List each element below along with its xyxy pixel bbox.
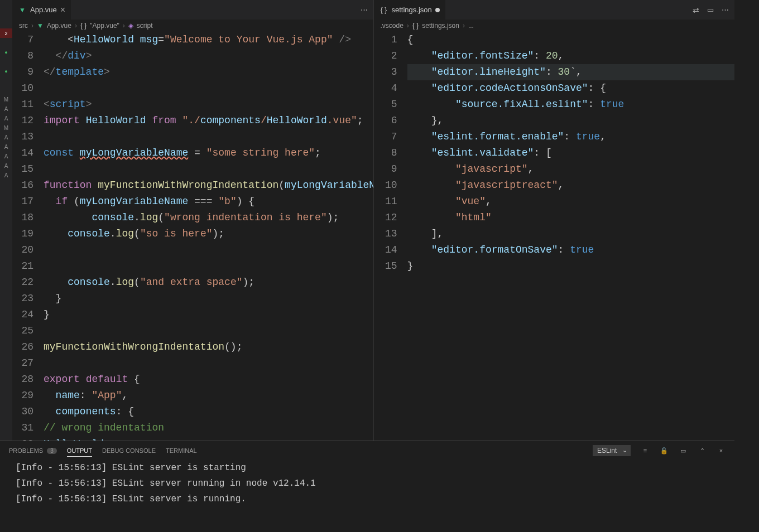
vue-icon: ▼ bbox=[37, 22, 44, 30]
vue-icon: ▼ bbox=[18, 6, 27, 14]
tab-filename: App.vue bbox=[30, 6, 57, 14]
compare-icon[interactable]: ⇄ bbox=[693, 6, 699, 14]
tabs-left: ▼ App.vue × ⋯ bbox=[12, 0, 373, 20]
chevron-up-icon[interactable]: ⌃ bbox=[698, 447, 707, 454]
close-icon[interactable]: × bbox=[717, 447, 726, 454]
breadcrumb-item[interactable]: ... bbox=[468, 22, 474, 30]
panel-tab-output[interactable]: Output bbox=[67, 445, 92, 457]
breadcrumb-left[interactable]: src › ▼ App.vue › { } "App.vue" › ◈ scri… bbox=[12, 20, 373, 32]
panel-tab-terminal[interactable]: Terminal bbox=[166, 445, 197, 456]
filter-icon[interactable]: ≡ bbox=[641, 447, 650, 454]
problems-count-badge: 3 bbox=[47, 448, 57, 454]
editor-right[interactable]: 123456789101112131415 { "editor.fontSize… bbox=[374, 32, 735, 441]
breadcrumb-item[interactable]: src bbox=[19, 22, 28, 30]
breadcrumb-right[interactable]: .vscode › { } settings.json › ... bbox=[374, 20, 735, 32]
close-icon[interactable]: × bbox=[60, 5, 65, 15]
breadcrumb-item[interactable]: script bbox=[137, 22, 153, 30]
diff-gutter: 2●●MAAMAAAAA bbox=[0, 0, 12, 441]
breadcrumb-item[interactable]: App.vue bbox=[47, 22, 71, 30]
clear-icon[interactable]: ▭ bbox=[679, 447, 688, 454]
breadcrumb-item[interactable]: .vscode bbox=[381, 22, 403, 30]
component-icon: ◈ bbox=[128, 22, 133, 30]
json-icon: { } bbox=[412, 22, 419, 30]
braces-icon: { } bbox=[80, 22, 87, 30]
panel-tab-problems[interactable]: Problems 3 bbox=[9, 445, 57, 456]
output-body[interactable]: [Info - 15:56:13] ESLint server is start… bbox=[0, 460, 734, 515]
json-icon: { } bbox=[380, 6, 388, 14]
tabs-right: { } settings.json ⇄ ▭ ⋯ bbox=[374, 0, 735, 20]
more-icon[interactable]: ⋯ bbox=[361, 6, 368, 14]
bottom-panel: Problems 3 Output Debug Console Terminal… bbox=[0, 441, 734, 515]
split-icon[interactable]: ▭ bbox=[707, 6, 714, 14]
modified-indicator-icon bbox=[435, 8, 440, 12]
lock-icon[interactable]: 🔓 bbox=[660, 447, 669, 454]
editor-left[interactable]: 7891011121314151617181920212223242526272… bbox=[12, 32, 373, 441]
output-channel-select[interactable]: ESLint bbox=[593, 445, 631, 456]
more-icon[interactable]: ⋯ bbox=[722, 6, 729, 14]
panel-tab-debug[interactable]: Debug Console bbox=[102, 445, 156, 456]
tab-filename: settings.json bbox=[392, 6, 432, 14]
tab-app-vue[interactable]: ▼ App.vue × bbox=[12, 0, 71, 20]
breadcrumb-item[interactable]: "App.vue" bbox=[90, 22, 119, 30]
tab-settings-json[interactable]: { } settings.json bbox=[374, 0, 446, 20]
breadcrumb-item[interactable]: settings.json bbox=[422, 22, 459, 30]
